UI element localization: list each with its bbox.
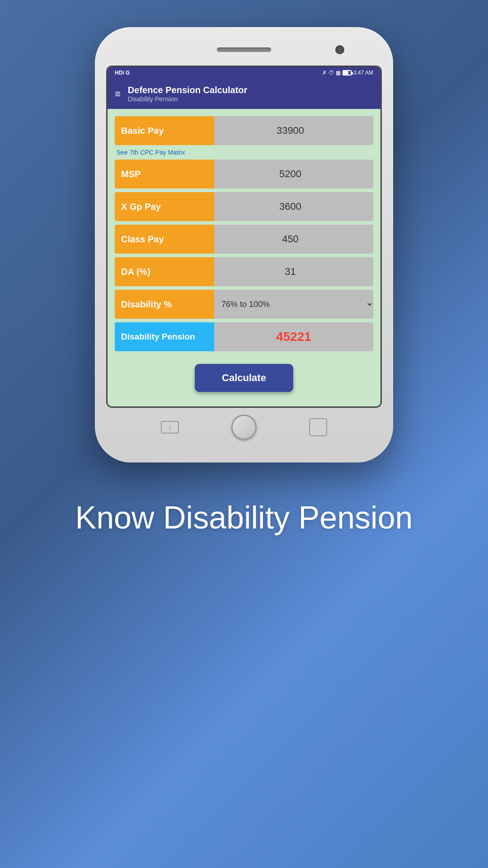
- signal-icon: ▩: [336, 70, 341, 76]
- basic-pay-row: Basic Pay: [115, 116, 373, 145]
- status-time: 3:47 AM: [353, 70, 373, 76]
- battery-icon: [343, 70, 352, 75]
- da-input-wrapper[interactable]: [214, 257, 373, 286]
- class-pay-label: Class Pay: [115, 225, 214, 254]
- msp-row: MSP: [115, 160, 373, 189]
- phone-bottom-nav: 〈: [108, 406, 380, 440]
- status-carrier: HDi G: [115, 70, 130, 76]
- basic-pay-input-wrapper[interactable]: [214, 116, 373, 145]
- toolbar-title: Defence Pension Calculator: [128, 85, 248, 95]
- disability-label: Disability %: [115, 290, 214, 319]
- status-right: ✗ ⏱ ▩ 3:47 AM: [322, 70, 373, 76]
- class-pay-input[interactable]: [214, 233, 373, 245]
- bluetooth-icon: ✗: [322, 70, 327, 76]
- status-bar: HDi G ✗ ⏱ ▩ 3:47 AM: [108, 67, 380, 79]
- toolbar-subtitle: Disability Pension: [128, 95, 248, 103]
- xgp-input-wrapper[interactable]: [214, 192, 373, 221]
- msp-input[interactable]: [214, 168, 373, 180]
- result-row: Disability Pension 45221: [115, 322, 373, 351]
- result-value: 45221: [214, 322, 373, 351]
- disability-row: Disability % 20% to 50% 51% to 75% 76% t…: [115, 290, 373, 319]
- alarm-icon: ⏱: [328, 70, 334, 76]
- recent-apps-button[interactable]: [309, 418, 327, 436]
- menu-icon[interactable]: ≡: [115, 89, 121, 99]
- msp-label: MSP: [115, 160, 214, 189]
- button-wrapper: Calculate: [115, 355, 373, 399]
- disability-dropdown[interactable]: 20% to 50% 51% to 75% 76% to 100%: [214, 290, 373, 319]
- back-button[interactable]: 〈: [161, 421, 179, 434]
- phone-screen: HDi G ✗ ⏱ ▩ 3:47 AM ≡ Defence Pension Ca…: [108, 67, 380, 406]
- home-button[interactable]: [231, 415, 257, 440]
- result-label: Disability Pension: [115, 322, 214, 351]
- calculate-button[interactable]: Calculate: [195, 364, 293, 392]
- xgp-input[interactable]: [214, 201, 373, 212]
- pay-matrix-helper: See 7th CPC Pay Matrix: [115, 149, 373, 156]
- toolbar-titles: Defence Pension Calculator Disability Pe…: [128, 85, 248, 103]
- msp-input-wrapper[interactable]: [214, 160, 373, 189]
- front-camera: [335, 45, 344, 54]
- calc-body: Basic Pay See 7th CPC Pay Matrix MSP X G…: [108, 109, 380, 406]
- class-pay-input-wrapper[interactable]: [214, 225, 373, 254]
- class-pay-row: Class Pay: [115, 225, 373, 254]
- basic-pay-input[interactable]: [214, 125, 373, 137]
- da-label: DA (%): [115, 257, 214, 286]
- status-left: HDi G: [115, 70, 130, 76]
- xgp-label: X Gp Pay: [115, 192, 214, 221]
- da-row: DA (%): [115, 257, 373, 286]
- bottom-tagline: Know Disability Pension: [48, 499, 440, 537]
- phone-shell: HDi G ✗ ⏱ ▩ 3:47 AM ≡ Defence Pension Ca…: [95, 27, 393, 462]
- xgp-row: X Gp Pay: [115, 192, 373, 221]
- app-toolbar: ≡ Defence Pension Calculator Disability …: [108, 79, 380, 109]
- basic-pay-label: Basic Pay: [115, 116, 214, 145]
- phone-top: [108, 41, 380, 59]
- speaker-grille: [217, 47, 271, 52]
- da-input[interactable]: [214, 266, 373, 278]
